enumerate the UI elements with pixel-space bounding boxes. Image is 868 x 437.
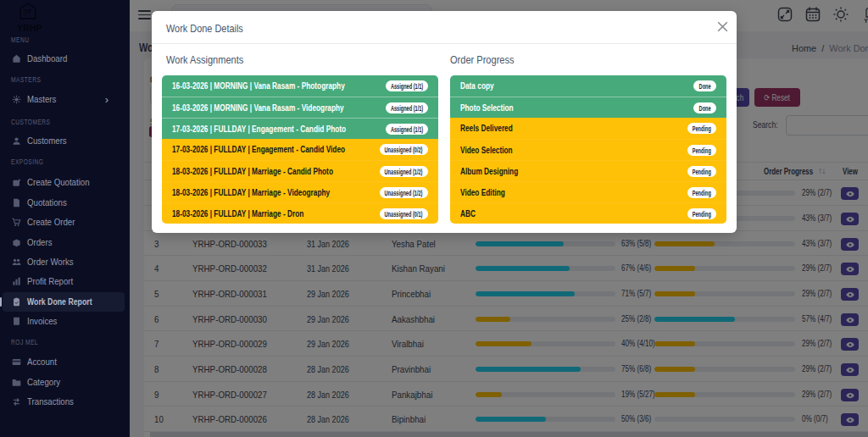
svg-text:yr: yr [24,6,31,15]
